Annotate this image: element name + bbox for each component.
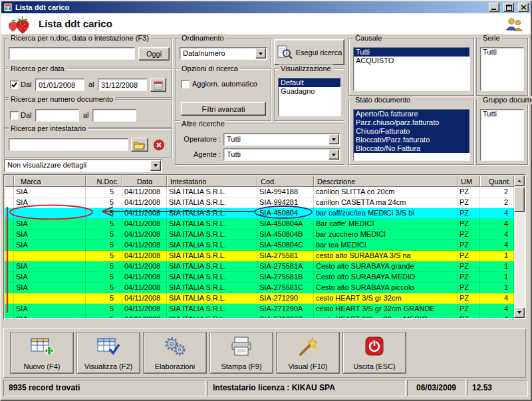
- numero-to-input[interactable]: [92, 109, 136, 122]
- list-item[interactable]: Tutti: [354, 48, 469, 57]
- cell-data: 04/11/2008: [122, 240, 167, 250]
- operatore-select[interactable]: Tutti: [223, 133, 340, 146]
- search-doc-input[interactable]: [9, 47, 135, 60]
- chevron-down-icon[interactable]: [255, 49, 266, 59]
- group-ricerca-doc: Ricerca per n.doc, data o intestazione (…: [4, 38, 172, 67]
- cell-ndoc: 5: [86, 283, 122, 293]
- column-header-data[interactable]: Data: [122, 176, 167, 187]
- table-row[interactable]: SIA504/11/2008SIA ITALIA S.R.L.SIA-27558…: [5, 283, 514, 293]
- table-row[interactable]: 504/11/2008SIA ITALIA S.R.L.SIA-271290ce…: [5, 293, 514, 304]
- cell-descr: bar zucchero MEDICI: [314, 229, 458, 239]
- list-item[interactable]: Bloccato/No Fattura: [354, 144, 469, 153]
- column-header-um[interactable]: UM: [458, 176, 480, 187]
- table-row[interactable]: SIA504/11/2008SIA ITALIA S.R.L.SIA-27558…: [5, 272, 514, 283]
- visualizzazione-listbox[interactable]: DefaultGuadagno: [278, 78, 341, 116]
- table-row[interactable]: SIA504/11/2008SIA ITALIA S.R.L.SIA-99418…: [5, 187, 514, 198]
- gears-icon: [163, 336, 187, 357]
- intestatario-input[interactable]: [9, 138, 128, 151]
- chevron-down-icon[interactable]: [329, 150, 339, 160]
- list-item[interactable]: Bloccato/Parz.fatturato: [354, 136, 469, 144]
- table-row[interactable]: SIA504/11/2008SIA ITALIA S.R.L.SIA-45080…: [5, 229, 514, 240]
- causale-listbox[interactable]: TuttiACQUISTO: [353, 47, 470, 91]
- cell-um: PZ: [458, 219, 480, 229]
- cell-ind: [5, 293, 14, 303]
- scroll-up-button[interactable]: [514, 176, 525, 186]
- table-row[interactable]: SIA504/11/2008SIA ITALIA S.R.L.SIA-27129…: [5, 304, 514, 315]
- filtri-avanzati-button[interactable]: Filtri avanzati: [181, 102, 266, 116]
- cell-ndoc: 5: [86, 261, 122, 271]
- table-row[interactable]: SIA504/11/2008SIA ITALIA S.R.L.SIA-45080…: [5, 240, 514, 251]
- dettagli-select[interactable]: Non visualizzare dettagli: [4, 159, 162, 172]
- operatore-value: Tutti: [224, 134, 340, 144]
- visualizza-button[interactable]: Visualizza (F2): [76, 332, 140, 374]
- browse-intestatario-button[interactable]: [131, 138, 148, 152]
- title-bar[interactable]: Lista ddt carico: [1, 1, 531, 13]
- dal-numero-label: Dal: [21, 110, 32, 120]
- chevron-down-icon[interactable]: [150, 160, 161, 171]
- minimize-button[interactable]: [489, 3, 499, 12]
- column-header-ndoc[interactable]: N.Doc.: [86, 176, 122, 187]
- users-icon[interactable]: [504, 16, 524, 34]
- elaborazioni-button[interactable]: Elaborazioni: [143, 332, 207, 374]
- date-from-input[interactable]: [35, 78, 84, 91]
- column-header-descrizione[interactable]: Descrizione: [314, 176, 458, 187]
- column-header-cod[interactable]: Cod.: [257, 176, 314, 187]
- list-item[interactable]: Guadagno: [279, 87, 340, 96]
- aggiornamento-checkbox[interactable]: [181, 80, 190, 88]
- dal-numero-checkbox[interactable]: [10, 111, 19, 120]
- oggi-button[interactable]: Oggi: [138, 47, 170, 61]
- column-header-indicator[interactable]: [5, 176, 14, 187]
- calendar-button[interactable]: [150, 78, 166, 92]
- list-item[interactable]: ACQUISTO: [354, 57, 469, 65]
- column-header-intestatario[interactable]: Intestatario: [167, 176, 257, 187]
- group-label: Ricerca per n.doc, data o intestazione (…: [9, 34, 151, 43]
- ordinamento-select[interactable]: Data/numero: [180, 47, 267, 60]
- list-item[interactable]: Tutti: [481, 110, 523, 118]
- list-item[interactable]: Chiuso/Fatturato: [354, 127, 469, 136]
- folder-icon: [134, 140, 146, 150]
- uscita-button[interactable]: Uscita (ESC): [342, 332, 406, 374]
- stampa-button[interactable]: Stampa (F9): [209, 332, 273, 374]
- cell-um: PZ: [458, 208, 480, 218]
- list-item[interactable]: Tutti: [481, 48, 523, 57]
- column-header-marca[interactable]: Marca: [14, 176, 86, 187]
- table-row[interactable]: 504/11/2008SIA ITALIA S.R.L.SIA-450804ba…: [5, 208, 514, 219]
- vertical-scrollbar[interactable]: [514, 176, 525, 318]
- nuovo-button[interactable]: Nuovo (F4): [10, 332, 74, 374]
- list-item[interactable]: Default: [279, 78, 340, 87]
- date-to-input[interactable]: [98, 78, 147, 91]
- group-causale: Causale TuttiACQUISTO: [348, 38, 474, 96]
- cell-quant: 4: [480, 219, 514, 229]
- table-row[interactable]: SIA504/11/2008SIA ITALIA S.R.L.SIA-99428…: [5, 198, 514, 208]
- gruppo-documento-listbox[interactable]: Tutti: [480, 109, 524, 161]
- stato-documento-listbox[interactable]: Aperto/Da fatturareParz.chiuso/parz.fatt…: [353, 109, 470, 161]
- list-item[interactable]: Aperto/Da fatturare: [354, 110, 469, 118]
- scroll-down-button[interactable]: [514, 307, 525, 318]
- dal-date-checkbox[interactable]: [10, 80, 19, 89]
- table-row[interactable]: SIA504/11/2008SIA ITALIA S.R.L.SIA-27558…: [5, 261, 514, 272]
- cell-um: PZ: [458, 240, 480, 250]
- numero-from-input[interactable]: [35, 109, 79, 122]
- status-date: 06/03/2009: [407, 380, 466, 396]
- table-row[interactable]: SIA504/11/2008SIA ITALIA S.R.L.SIA-27129…: [5, 315, 514, 318]
- cell-um: PZ: [458, 261, 480, 271]
- cell-marca: [14, 293, 86, 303]
- column-header-quant[interactable]: Quant.: [480, 176, 514, 187]
- maximize-button[interactable]: [503, 3, 514, 12]
- esegui-ricerca-button[interactable]: Esegui ricerca: [274, 39, 344, 65]
- cell-marca: [14, 251, 86, 261]
- close-button[interactable]: [518, 3, 529, 12]
- visual-button[interactable]: Visual (F10): [276, 332, 340, 374]
- strawberry-logo-icon: [7, 15, 33, 36]
- table-row[interactable]: 504/11/2008SIA ITALIA S.R.L.SIA-275581ce…: [5, 251, 514, 261]
- header-bar: Lista ddt carico: [1, 13, 531, 35]
- list-item[interactable]: Parz.chiuso/parz.fatturato: [354, 118, 469, 127]
- serie-listbox[interactable]: Tutti: [480, 47, 524, 91]
- scrollbar-thumb[interactable]: [514, 187, 525, 212]
- chevron-down-icon[interactable]: [329, 134, 339, 144]
- agente-select[interactable]: Tutti: [223, 148, 340, 161]
- table-row[interactable]: SIA504/11/2008SIA ITALIA S.R.L.SIA-45080…: [5, 219, 514, 229]
- clear-intestatario-button[interactable]: [152, 138, 166, 152]
- status-record-count: 8935 record trovati: [3, 380, 206, 396]
- cell-quant: 1: [480, 272, 514, 282]
